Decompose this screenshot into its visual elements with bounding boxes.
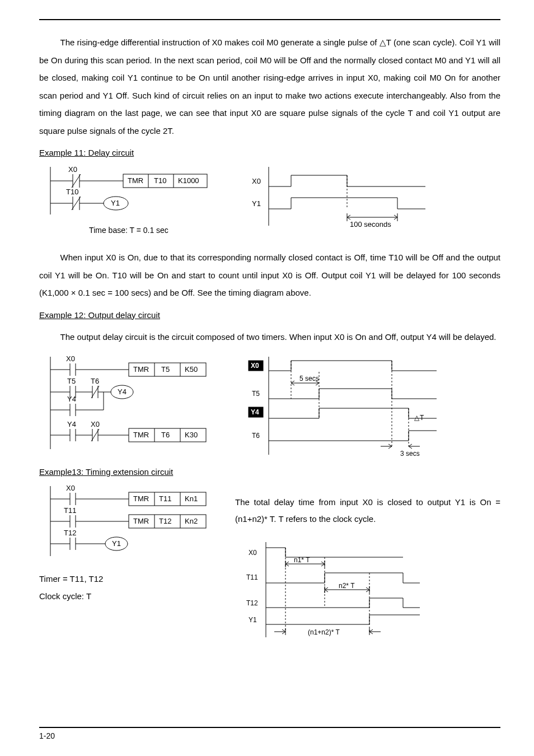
example-13-title: Example13: Timing extension circuit — [39, 467, 500, 477]
ex13-timer-line: Timer = T11, T12 — [39, 571, 218, 587]
ex13-r1-c: X0 — [66, 484, 75, 492]
ex12-r3-c2: X0 — [91, 420, 100, 428]
ex12-r2-c1: T5 — [67, 377, 76, 385]
ex13-r1-i0: TMR — [133, 494, 149, 503]
example-11-figures: X0 TMR T10 K1000 T10 Y1 Time — [39, 164, 500, 240]
ex12-r1-c: X0 — [66, 354, 75, 363]
intro-paragraph: The rising-edge differential instruction… — [39, 34, 500, 139]
ex11-paragraph: When input X0 is On, due to that its cor… — [39, 249, 500, 302]
ex12-r3-i0: TMR — [133, 431, 149, 439]
ex12-r2-c2: T6 — [91, 377, 99, 385]
ladder-ex12: X0 TMR T5 K50 T5 T6 Y4 — [39, 354, 218, 454]
ex12-r3-c1: Y4 — [67, 420, 76, 428]
ladder-ex13: X0 TMR T11 Kn1 T11 TMR T12 Kn2 — [39, 483, 218, 604]
timing-ex11-note: 100 seconds — [350, 220, 391, 228]
ex13-clock-line: Clock cycle: T — [39, 589, 218, 605]
ex13-r2-c: T11 — [64, 506, 76, 515]
timing-ex11: X0 Y1 100 seconds — [235, 164, 500, 234]
ladder-ex11: X0 TMR T10 K1000 T10 Y1 Time — [39, 164, 218, 240]
timing-ex13-r1: T11 — [246, 573, 258, 581]
page-footer: 1-20 — [39, 727, 500, 740]
timing-ex13-n1: n1* T — [294, 556, 310, 564]
timing-ex13-n2: n2* T — [339, 582, 355, 590]
ex13-r3-coil: Y1 — [112, 539, 121, 548]
timing-ex13-r0: X0 — [249, 549, 257, 557]
example-12-figures: X0 TMR T5 K50 T5 T6 Y4 — [39, 354, 500, 463]
ex13-r3-c: T12 — [64, 529, 76, 537]
top-rule — [39, 19, 500, 20]
timing-ex12-r2: Y4 — [251, 408, 259, 416]
ex12-r1-i0: TMR — [133, 365, 149, 374]
timing-ex12-r0: X0 — [251, 362, 259, 370]
ex11-r2-coil: Y1 — [111, 199, 120, 207]
timing-ex12-note-right: T — [420, 414, 424, 422]
ex12-r3-i1: T6 — [161, 431, 170, 439]
page-number: 1-20 — [39, 731, 55, 740]
ex13-r1-i1: T11 — [159, 494, 171, 503]
ex12-r3-i2: K30 — [185, 431, 198, 439]
ex11-r1-i0: TMR — [128, 176, 143, 185]
timing-ex12: X0 5 secs T5 Y4 △ T T6 — [235, 354, 500, 463]
ex12-paragraph: The output delay circuit is the circuit … — [39, 328, 500, 346]
ex12-r2-coil: Y4 — [118, 388, 127, 396]
svg-text:△: △ — [414, 414, 420, 422]
timing-ex13-r2: T12 — [246, 599, 258, 607]
timing-ex12-r1: T5 — [252, 390, 260, 398]
example-11-title: Example 11: Delay circuit — [39, 148, 500, 157]
ex12-r2-or: Y4 — [67, 395, 76, 403]
timing-ex12-note-bottom: 3 secs — [400, 450, 420, 458]
timing-ex13-n3: (n1+n2)* T — [308, 628, 340, 636]
ex12-r1-i2: K50 — [185, 365, 198, 374]
ex11-r1-i2: K1000 — [178, 176, 199, 185]
ex13-r2-i2: Kn2 — [185, 517, 198, 525]
ex13-paragraph: The total delay time from input X0 is cl… — [235, 494, 500, 528]
example-13-figures: X0 TMR T11 Kn1 T11 TMR T12 Kn2 — [39, 483, 500, 642]
timing-ex12-r3: T6 — [252, 432, 260, 440]
ex13-r1-i2: Kn1 — [185, 494, 198, 503]
ex11-r1-contact: X0 — [68, 165, 77, 174]
timing-ex11-label-y1: Y1 — [252, 199, 261, 208]
ex13-r2-i1: T12 — [159, 517, 171, 525]
ex11-r2-contact: T10 — [66, 188, 78, 196]
example-12-title: Example 12: Output delay circuit — [39, 310, 500, 320]
ex12-r1-i1: T5 — [161, 365, 170, 374]
timing-ex13-r3: Y1 — [249, 616, 257, 624]
example-13-right: The total delay time from input X0 is cl… — [235, 483, 500, 642]
timing-ex11-label-x0: X0 — [252, 177, 261, 185]
ex11-r1-i1: T10 — [154, 176, 166, 185]
page: The rising-edge differential instruction… — [0, 0, 534, 756]
ex13-r2-i0: TMR — [133, 517, 149, 525]
ex11-caption: Time base: T = 0.1 sec — [39, 226, 218, 235]
